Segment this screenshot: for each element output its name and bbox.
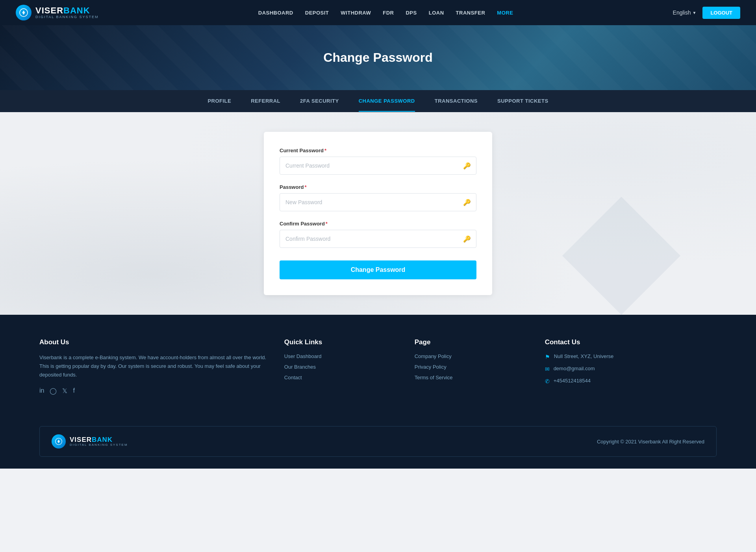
nav-fdr[interactable]: FDR [383, 10, 394, 16]
confirm-password-wrapper: 🔑 [280, 230, 476, 248]
subnav-referral[interactable]: REFERRAL [251, 91, 280, 112]
eye-icon: 🔑 [463, 162, 471, 170]
footer-link-terms[interactable]: Terms of Service [415, 375, 529, 380]
change-password-button[interactable]: Change Password [280, 260, 476, 279]
contact-address: Null Street, XYZ, Universe [554, 353, 614, 359]
nav-withdraw[interactable]: WITHDRAW [341, 10, 371, 16]
location-icon: ⚑ [545, 354, 550, 360]
language-selector[interactable]: English ▼ [673, 9, 697, 16]
footer-quick-links-title: Quick Links [284, 338, 399, 346]
subnav-change-password[interactable]: CHANGE PASSWORD [359, 91, 415, 112]
new-password-wrapper: 🔑 [280, 193, 476, 211]
email-icon: ✉ [545, 366, 550, 372]
subnav-support-tickets[interactable]: SUPPORT TICKETS [497, 91, 548, 112]
nav-transfer[interactable]: TRANSFER [456, 10, 485, 16]
contact-phone: +454512418544 [554, 378, 591, 384]
contact-email-item: ✉ demo@gmail.com [545, 366, 717, 372]
footer-about-title: About Us [39, 338, 269, 346]
new-password-group: Password* 🔑 [280, 184, 476, 211]
footer-page: Page Company Policy Privacy Policy Terms… [415, 338, 529, 395]
header-right: English ▼ Logout [673, 7, 740, 19]
footer-link-user-dashboard[interactable]: User Dashboard [284, 353, 399, 359]
hero-banner: Change Password [0, 25, 756, 90]
nav-dps[interactable]: DPS [406, 10, 417, 16]
confirm-password-group: Confirm Password* 🔑 [280, 221, 476, 248]
footer-quick-links: Quick Links User Dashboard Our Branches … [284, 338, 399, 395]
copyright: Copyright © 2021 Viserbank All Right Res… [597, 439, 704, 445]
header: VISER BANK DIGITAL BANKING SYSTEM DASHBO… [0, 0, 756, 25]
footer-link-company-policy[interactable]: Company Policy [415, 353, 529, 359]
linkedin-icon[interactable]: in [39, 387, 44, 395]
footer-bottom-inner: VISER BANK DIGITAL BANKING SYSTEM Copyri… [39, 426, 717, 457]
footer-logo-bank: BANK [92, 436, 113, 444]
footer-about: About Us Viserbank is a complete e-Banki… [39, 338, 269, 395]
footer: About Us Viserbank is a complete e-Banki… [0, 315, 756, 426]
current-password-wrapper: 🔑 [280, 157, 476, 175]
key-icon: 🔑 [463, 199, 471, 206]
confirm-password-input[interactable] [280, 230, 476, 248]
footer-logo-text: VISER BANK DIGITAL BANKING SYSTEM [70, 436, 128, 447]
logo-viser: VISER [35, 6, 63, 15]
footer-bottom: VISER BANK DIGITAL BANKING SYSTEM Copyri… [0, 426, 756, 469]
contact-email: demo@gmail.com [554, 366, 595, 371]
instagram-icon[interactable]: ◯ [50, 387, 57, 395]
logout-button[interactable]: Logout [702, 7, 740, 19]
footer-grid: About Us Viserbank is a complete e-Banki… [39, 338, 717, 395]
current-password-label: Current Password* [280, 148, 476, 153]
subnav-transactions[interactable]: TRANSACTIONS [435, 91, 478, 112]
main-content: Current Password* 🔑 Password* 🔑 Confirm … [0, 112, 756, 315]
required-star-2: * [304, 184, 306, 190]
footer-logo-viser: VISER [70, 436, 92, 444]
sub-nav: PROFILE REFERRAL 2FA SECURITY CHANGE PAS… [0, 90, 756, 112]
footer-logo: VISER BANK DIGITAL BANKING SYSTEM [52, 434, 128, 449]
main-nav: DASHBOARD DEPOSIT WITHDRAW FDR DPS LOAN … [258, 10, 513, 16]
contact-phone-item: ✆ +454512418544 [545, 378, 717, 384]
footer-contact-title: Contact Us [545, 338, 717, 346]
logo-text: VISER BANK DIGITAL BANKING SYSTEM [35, 6, 99, 19]
footer-link-contact[interactable]: Contact [284, 375, 399, 380]
change-password-form: Current Password* 🔑 Password* 🔑 Confirm … [264, 132, 492, 295]
new-password-label: Password* [280, 184, 476, 190]
subnav-2fa[interactable]: 2FA SECURITY [300, 91, 339, 112]
confirm-password-label: Confirm Password* [280, 221, 476, 227]
new-password-input[interactable] [280, 193, 476, 211]
current-password-group: Current Password* 🔑 [280, 148, 476, 175]
nav-more[interactable]: MORE [497, 10, 513, 16]
hero-title: Change Password [323, 50, 432, 65]
logo-icon [16, 5, 32, 20]
current-password-input[interactable] [280, 157, 476, 175]
chevron-down-icon: ▼ [692, 11, 696, 15]
logo-bank: BANK [63, 6, 90, 15]
required-star: * [324, 148, 326, 153]
contact-address-item: ⚑ Null Street, XYZ, Universe [545, 353, 717, 360]
logo[interactable]: VISER BANK DIGITAL BANKING SYSTEM [16, 5, 99, 20]
footer-about-text: Viserbank is a complete e-Banking system… [39, 353, 269, 379]
footer-link-our-branches[interactable]: Our Branches [284, 364, 399, 370]
footer-logo-sub: DIGITAL BANKING SYSTEM [70, 443, 128, 447]
footer-contact: Contact Us ⚑ Null Street, XYZ, Universe … [545, 338, 717, 395]
logo-subtitle: DIGITAL BANKING SYSTEM [35, 15, 99, 19]
lock-icon: 🔑 [463, 235, 471, 243]
subnav-profile[interactable]: PROFILE [208, 91, 231, 112]
required-star-3: * [326, 221, 328, 227]
facebook-icon[interactable]: f [73, 387, 74, 395]
phone-icon: ✆ [545, 378, 550, 384]
footer-page-title: Page [415, 338, 529, 346]
language-label: English [673, 9, 691, 16]
twitter-icon[interactable]: 𝕏 [62, 387, 67, 395]
footer-social: in ◯ 𝕏 f [39, 387, 269, 395]
nav-loan[interactable]: LOAN [429, 10, 444, 16]
footer-link-privacy-policy[interactable]: Privacy Policy [415, 364, 529, 370]
nav-dashboard[interactable]: DASHBOARD [258, 10, 293, 16]
nav-deposit[interactable]: DEPOSIT [305, 10, 329, 16]
footer-logo-icon [52, 434, 66, 449]
